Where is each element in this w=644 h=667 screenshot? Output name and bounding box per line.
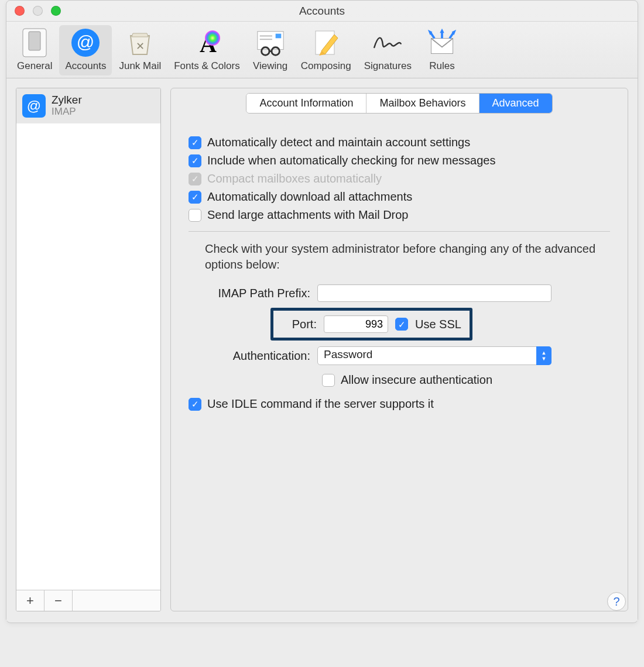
composing-icon [311, 27, 341, 58]
port-ssl-highlight: Port: Use SSL [270, 308, 472, 341]
toolbar-viewing[interactable]: Viewing [247, 25, 294, 75]
divider [189, 231, 610, 232]
help-button[interactable]: ? [607, 592, 626, 611]
toolbar-junk-mail[interactable]: ✕ Junk Mail [113, 25, 167, 75]
account-name: Zylker [52, 94, 82, 106]
row-compact-mailboxes: Compact mailboxes automatically [189, 172, 610, 185]
preferences-window: Accounts General @ Accounts [6, 0, 638, 623]
signatures-icon [372, 27, 403, 58]
toolbar-rules-label: Rules [429, 60, 454, 72]
label-imap-prefix: IMAP Path Prefix: [205, 287, 310, 300]
label-mail-drop: Send large attachments with Mail Drop [207, 208, 409, 222]
content-area: @ Zylker IMAP + − Account Information Ma… [6, 78, 638, 621]
fonts-colors-icon: A [191, 27, 222, 58]
preferences-toolbar: General @ Accounts ✕ Junk Mail [6, 22, 638, 78]
label-use-ssl: Use SSL [415, 318, 461, 331]
at-sign-icon: @ [22, 94, 46, 118]
checkbox-mail-drop[interactable] [189, 209, 201, 222]
accounts-sidebar: @ Zylker IMAP + − [16, 88, 161, 611]
svg-marker-17 [440, 29, 444, 33]
svg-rect-1 [29, 32, 40, 50]
select-authentication-value: Password [317, 346, 551, 365]
add-account-button[interactable]: + [16, 590, 44, 611]
remove-account-button[interactable]: − [44, 590, 73, 611]
toolbar-signatures[interactable]: Signatures [358, 25, 417, 75]
viewing-icon [255, 27, 286, 58]
general-icon [19, 27, 50, 58]
svg-text:✕: ✕ [136, 40, 145, 52]
toolbar-accounts[interactable]: @ Accounts [59, 25, 112, 75]
svg-rect-8 [275, 34, 281, 39]
row-use-idle: Use IDLE command if the server supports … [189, 397, 610, 411]
input-imap-prefix[interactable] [317, 284, 551, 302]
row-auto-download: Automatically download all attachments [189, 190, 610, 204]
label-include-checking: Include when automatically checking for … [207, 154, 495, 167]
toolbar-fonts-label: Fonts & Colors [174, 60, 239, 72]
label-auto-detect: Automatically detect and maintain accoun… [207, 136, 470, 149]
accounts-list-body [16, 123, 160, 590]
minimize-window-button[interactable] [33, 6, 43, 16]
checkbox-use-idle[interactable] [189, 398, 201, 411]
row-auto-detect: Automatically detect and maintain accoun… [189, 136, 610, 149]
row-imap-prefix: IMAP Path Prefix: [205, 284, 598, 302]
window-controls [15, 6, 61, 16]
tab-mailbox-behaviors[interactable]: Mailbox Behaviors [366, 94, 479, 113]
footer-spacer [73, 590, 160, 611]
account-tabs: Account Information Mailbox Behaviors Ad… [171, 88, 628, 114]
toolbar-general[interactable]: General [11, 25, 58, 75]
accounts-icon: @ [70, 27, 101, 58]
titlebar: Accounts [6, 1, 638, 22]
checkbox-auto-download[interactable] [189, 191, 201, 204]
zoom-window-button[interactable] [51, 6, 61, 16]
account-detail-panel: Account Information Mailbox Behaviors Ad… [170, 88, 628, 611]
toolbar-composing-label: Composing [301, 60, 351, 72]
label-compact-mailboxes: Compact mailboxes automatically [207, 172, 382, 185]
row-include-checking: Include when automatically checking for … [189, 154, 610, 167]
advanced-form: IMAP Path Prefix: Port: Use SSL Authenti… [189, 284, 610, 387]
label-allow-insecure: Allow insecure authentication [341, 373, 492, 387]
row-authentication: Authentication: Password ▲▼ [205, 346, 598, 365]
checkbox-allow-insecure[interactable] [322, 374, 335, 387]
checkbox-include-checking[interactable] [189, 154, 201, 167]
toolbar-viewing-label: Viewing [253, 60, 287, 72]
input-port[interactable] [324, 315, 388, 333]
rules-icon [427, 27, 457, 58]
account-text: Zylker IMAP [52, 94, 82, 118]
label-use-idle: Use IDLE command if the server supports … [207, 397, 434, 411]
row-mail-drop: Send large attachments with Mail Drop [189, 208, 610, 222]
row-port: Port: Use SSL [205, 308, 598, 341]
junk-mail-icon: ✕ [125, 27, 155, 58]
toolbar-signatures-label: Signatures [364, 60, 412, 72]
svg-text:@: @ [77, 32, 94, 51]
advanced-pane: Automatically detect and maintain accoun… [171, 114, 628, 421]
toolbar-junk-label: Junk Mail [119, 60, 161, 72]
checkbox-auto-detect[interactable] [189, 136, 201, 149]
toolbar-accounts-label: Accounts [65, 60, 106, 72]
label-port: Port: [282, 318, 317, 331]
checkbox-compact-mailboxes [189, 173, 201, 185]
select-authentication[interactable]: Password ▲▼ [317, 346, 551, 365]
toolbar-general-label: General [17, 60, 52, 72]
label-authentication: Authentication: [205, 349, 310, 363]
window-title: Accounts [6, 5, 638, 18]
svg-point-6 [205, 30, 220, 46]
accounts-list-footer: + − [16, 590, 160, 611]
admin-note: Check with your system administrator bef… [189, 241, 610, 273]
tab-advanced[interactable]: Advanced [479, 94, 552, 113]
tab-account-information[interactable]: Account Information [246, 94, 366, 113]
checkbox-use-ssl[interactable] [395, 318, 408, 331]
account-item-zylker[interactable]: @ Zylker IMAP [16, 88, 160, 123]
chevron-up-down-icon: ▲▼ [536, 346, 551, 365]
account-type: IMAP [52, 106, 82, 118]
toolbar-fonts-colors[interactable]: A Fonts & Colors [168, 25, 245, 75]
label-auto-download: Automatically download all attachments [207, 190, 412, 204]
row-allow-insecure: Allow insecure authentication [322, 373, 598, 387]
close-window-button[interactable] [15, 6, 25, 16]
toolbar-composing[interactable]: Composing [295, 25, 357, 75]
toolbar-rules[interactable]: Rules [419, 25, 465, 75]
